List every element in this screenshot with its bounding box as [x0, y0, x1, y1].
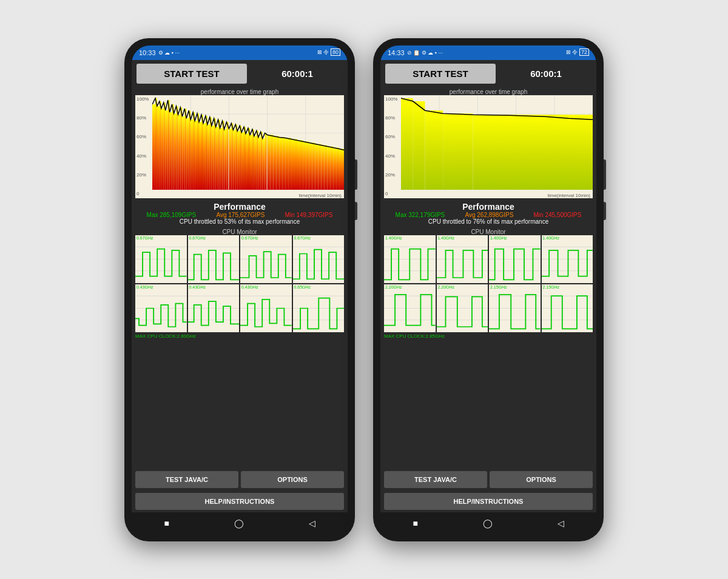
svg-rect-49: [235, 124, 237, 190]
perf-stats-2: Max 322,179GIPS Avg 262,898GIPS Min 245,…: [385, 212, 592, 218]
start-test-button-2[interactable]: START TEST: [385, 64, 496, 84]
svg-rect-57: [252, 129, 254, 190]
cpu-wave-2-4: [293, 284, 345, 332]
cpu-cell-3-1: 1.40GHz: [384, 235, 436, 283]
perf-avg-1: Avg 175,627GIPS: [216, 212, 265, 218]
svg-rect-53: [244, 127, 246, 190]
help-btn-row-1: HELP/INSTRUCTIONS: [132, 490, 348, 512]
svg-rect-37: [210, 117, 212, 190]
test-java-button-2[interactable]: TEST JAVA/C: [384, 471, 487, 488]
side-button-1[interactable]: [355, 159, 357, 190]
cpu-wave-2-2: [188, 284, 240, 332]
svg-rect-133: [413, 101, 425, 190]
status-bar-2: 14:33 ⊘ 📋 ⚙ ☁ ▪ ··· ⊠ 令 72: [380, 45, 596, 60]
cpu-wave-2-1: [135, 284, 187, 332]
app-content-2: START TEST 60:00:1 performance over time…: [380, 60, 596, 534]
svg-rect-80: [315, 144, 318, 189]
cpu-freq-2-4: 0.65GHz: [294, 285, 311, 289]
cpu-freq-1-3: 0.67GHz: [241, 236, 258, 240]
perf-throttle-2: CPU throttled to 76% of its max performa…: [385, 218, 592, 225]
app-content-1: START TEST 60:00:1 performance over time…: [132, 60, 348, 534]
svg-rect-46: [229, 129, 231, 190]
perf-stats-1: Max 285,109GIPS Avg 175,627GIPS Min 149,…: [136, 212, 343, 218]
cpu-cell-2-2: 0.43GHz: [188, 284, 240, 332]
cpu-freq-4-1: 2.20GHz: [385, 285, 402, 289]
graph-area-2: [401, 95, 593, 190]
graph-time-label-2: time(interval 10min): [548, 193, 590, 198]
cpu-cell-2-4: 0.65GHz: [293, 284, 345, 332]
svg-rect-89: [342, 149, 344, 189]
svg-rect-81: [318, 144, 322, 189]
cpu-wave-4-1: [384, 284, 436, 332]
svg-rect-83: [324, 145, 327, 189]
cpu-cell-2-1: 0.43GHz: [135, 284, 187, 332]
perf-svg-2: [401, 95, 593, 190]
cpu-wave-4-2: [437, 284, 488, 332]
help-btn-row-2: HELP/INSTRUCTIONS: [380, 490, 596, 512]
svg-rect-71: [288, 138, 291, 190]
svg-rect-65: [271, 135, 274, 190]
svg-rect-51: [240, 126, 241, 190]
svg-rect-16: [166, 110, 168, 190]
svg-rect-28: [190, 119, 193, 190]
help-button-2[interactable]: HELP/INSTRUCTIONS: [384, 493, 593, 510]
graph-section-2: performance over time graph 100% 80% 60%…: [380, 87, 596, 199]
graph-area-1: [152, 95, 344, 190]
svg-rect-82: [321, 145, 324, 189]
svg-rect-44: [224, 129, 227, 190]
cpu-cell-3-4: 1.40GHz: [542, 235, 593, 283]
svg-rect-85: [330, 146, 333, 189]
cpu-cell-1-2: 0.67GHz: [188, 235, 240, 283]
svg-rect-87: [336, 147, 339, 189]
options-button-1[interactable]: OPTIONS: [241, 471, 344, 488]
nav-circle-2[interactable]: ◯: [483, 518, 493, 528]
svg-rect-29: [193, 112, 195, 190]
cpu-max-label-1: MAX CPU CLOCK:2.60GHz: [135, 333, 344, 339]
help-button-1[interactable]: HELP/INSTRUCTIONS: [135, 493, 344, 510]
svg-rect-59: [257, 130, 258, 190]
nav-back-2[interactable]: ◁: [558, 518, 564, 528]
start-test-button-1[interactable]: START TEST: [136, 64, 247, 84]
svg-rect-11: [155, 98, 157, 190]
cpu-cell-4-3: 2.15GHz: [489, 284, 541, 332]
graph-y-labels-1: 100% 80% 60% 40% 20% 0: [135, 95, 152, 198]
svg-rect-74: [297, 140, 300, 190]
svg-rect-25: [184, 109, 186, 190]
phone-1-inner: 10:33 ⚙ ☁ ▪ ··· ⊠ 令 80 START TEST 60:00:…: [132, 45, 348, 534]
svg-rect-54: [246, 133, 248, 190]
svg-rect-64: [268, 135, 271, 190]
nav-back-1[interactable]: ◁: [309, 518, 315, 528]
svg-rect-17: [168, 100, 170, 190]
nav-bar-1: ■ ◯ ◁: [132, 512, 348, 534]
svg-rect-62: [263, 138, 265, 190]
cpu-section-2: CPU Monitor 1.40GHz: [380, 227, 596, 469]
options-button-2[interactable]: OPTIONS: [490, 471, 593, 488]
svg-rect-33: [201, 115, 203, 190]
cpu-grid-2: 1.40GHz 1.40GHz: [384, 235, 593, 332]
perf-graph-1: 100% 80% 60% 40% 20% 0: [135, 95, 344, 198]
svg-rect-14: [161, 109, 164, 190]
cpu-freq-3-3: 1.40GHz: [490, 236, 507, 240]
svg-rect-48: [233, 130, 235, 190]
svg-rect-19: [172, 104, 174, 190]
status-time-1: 10:33: [139, 49, 156, 56]
svg-rect-41: [218, 119, 220, 190]
svg-rect-68: [279, 137, 282, 190]
svg-rect-47: [231, 123, 233, 190]
nav-square-2[interactable]: ■: [413, 518, 417, 528]
nav-circle-1[interactable]: ◯: [234, 518, 244, 528]
svg-rect-21: [177, 106, 178, 190]
side-button-4[interactable]: [604, 202, 606, 220]
side-button-3[interactable]: [604, 159, 606, 190]
side-button-2[interactable]: [355, 202, 357, 220]
nav-square-1[interactable]: ■: [164, 518, 169, 528]
cpu-wave-3-2: [437, 235, 488, 283]
cpu-wave-1-1: [135, 235, 187, 283]
test-java-button-1[interactable]: TEST JAVA/C: [135, 471, 238, 488]
cpu-freq-1-1: 0.67GHz: [136, 236, 153, 240]
status-icons-right-2: ⊠ 令 72: [566, 49, 589, 56]
cpu-cell-3-3: 1.40GHz: [489, 235, 541, 283]
cpu-cell-3-2: 1.40GHz: [437, 235, 488, 283]
cpu-freq-1-4: 0.67GHz: [294, 236, 311, 240]
cpu-cell-1-1: 0.67GHz: [135, 235, 187, 283]
